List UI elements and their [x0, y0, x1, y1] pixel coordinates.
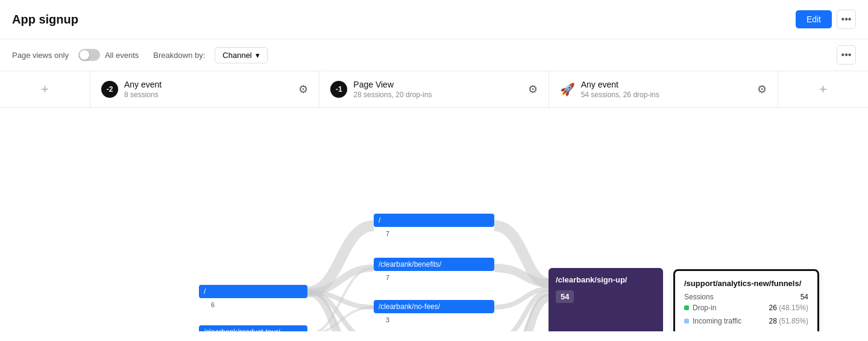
toolbar-more-dots-icon: •••	[841, 49, 852, 60]
funnel-steps-bar: + -2 Any event 8 sessions ⚙ -1 Page View…	[0, 71, 868, 108]
node-mid-slash[interactable]: /	[374, 214, 494, 227]
bp-incoming-pct: (51.85%)	[779, 317, 808, 325]
bp-incoming-label: Incoming traffic	[693, 317, 741, 325]
step-info-2: Page View 28 sessions, 20 drop-ins	[353, 80, 527, 99]
channel-dropdown[interactable]: Channel ▾	[215, 47, 267, 63]
toolbar-more-button[interactable]: •••	[837, 45, 856, 65]
toggle-knob	[80, 50, 89, 60]
node-mid-no-fees[interactable]: /clearbank/no-fees/	[374, 300, 494, 313]
step-info-3: Any event 54 sessions, 26 drop-ins	[581, 80, 757, 99]
bp-sessions-label: Sessions	[684, 293, 714, 301]
page-views-label: Page views only	[12, 51, 69, 60]
gear-icon-2[interactable]: ⚙	[528, 83, 538, 96]
incoming-dot	[684, 319, 689, 323]
step-badge-1: -2	[101, 81, 118, 98]
drop-in-dot	[684, 305, 689, 310]
node-label-2: /clearbank/product-tour/	[204, 328, 280, 331]
breakdown-label: Breakdown by:	[153, 51, 205, 60]
node-mid-label-2: /clearbank/benefits/	[379, 260, 441, 269]
node-right-count: 54	[556, 290, 574, 303]
plus-icon-last: +	[819, 81, 827, 97]
funnel-step-2: -1 Page View 28 sessions, 20 drop-ins ⚙	[319, 71, 549, 107]
bp-dropin-pct: (48.15%)	[779, 304, 808, 312]
toggle-wrap: All events	[78, 49, 139, 61]
all-events-label: All events	[105, 51, 139, 60]
rocket-icon: 🚀	[560, 82, 575, 97]
bp-incoming-value: 28 (51.85%)	[769, 317, 808, 328]
gear-icon-3[interactable]: ⚙	[757, 83, 767, 96]
node-mid-count-1: 7	[386, 230, 389, 237]
funnel-step-3: 🚀 Any event 54 sessions, 26 drop-ins ⚙	[549, 71, 778, 107]
toolbar: Page views only All events Breakdown by:…	[0, 39, 868, 71]
add-step-first[interactable]: +	[0, 71, 90, 107]
bp-incoming-item: Incoming traffic	[684, 317, 741, 325]
node-mid-benefits[interactable]: /clearbank/benefits/	[374, 258, 494, 271]
step-name-3: Any event	[581, 80, 757, 89]
node-left-product-tour[interactable]: /clearbank/product-tour/	[199, 325, 307, 331]
node-right-signup[interactable]: /clearbank/sign-up/ 54	[549, 268, 663, 331]
bp-sessions-row: Sessions 54	[684, 293, 808, 301]
bp-dropin-label: Drop-in	[693, 304, 716, 312]
header-more-button[interactable]: •••	[837, 10, 856, 29]
page-title: App signup	[12, 13, 78, 27]
step-name-2: Page View	[353, 80, 527, 89]
bp-sessions-value: 54	[800, 293, 808, 301]
all-events-toggle[interactable]	[78, 49, 100, 61]
funnel-step-1: -2 Any event 8 sessions ⚙	[90, 71, 319, 107]
more-dots-icon: •••	[841, 14, 852, 25]
plus-icon-first: +	[41, 81, 49, 97]
bp-dropin-row: Drop-in 26 (48.15%)	[684, 304, 808, 314]
node-mid-label-3: /clearbank/no-fees/	[379, 302, 440, 311]
node-count-left-slash: 6	[211, 301, 215, 308]
step-meta-3: 54 sessions, 26 drop-ins	[581, 91, 757, 99]
step-meta-1: 8 sessions	[124, 91, 298, 99]
step-info-1: Any event 8 sessions	[124, 80, 298, 99]
bp-incoming-row: Incoming traffic 28 (51.85%)	[684, 317, 808, 328]
sankey-canvas: / 6 /clearbank/product-tour/ 2 / 7 /clea…	[0, 108, 868, 331]
bp-dropin-num: 26	[769, 304, 777, 312]
node-right-label: /clearbank/sign-up/	[556, 275, 627, 284]
step-badge-2: -1	[330, 81, 347, 98]
bp-url: /support/analytics-new/funnels/	[684, 279, 808, 288]
gear-icon-1[interactable]: ⚙	[298, 83, 308, 96]
step-meta-2: 28 sessions, 20 drop-ins	[353, 91, 527, 99]
chevron-down-icon: ▾	[256, 51, 260, 60]
page-header: App signup Edit •••	[0, 0, 868, 39]
toolbar-more: •••	[837, 45, 856, 65]
bp-dropin-value: 26 (48.15%)	[769, 304, 808, 314]
node-left-slash[interactable]: /	[199, 285, 307, 298]
node-label: /	[204, 287, 206, 296]
add-step-last[interactable]: +	[778, 71, 868, 107]
channel-label: Channel	[222, 51, 251, 60]
bp-incoming-num: 28	[769, 317, 777, 325]
header-actions: Edit •••	[796, 10, 856, 29]
node-mid-count-2: 7	[386, 274, 389, 281]
step-name-1: Any event	[124, 80, 298, 89]
node-mid-label-1: /	[379, 216, 380, 225]
node-right-content: /clearbank/sign-up/ 54	[556, 275, 627, 303]
edit-button[interactable]: Edit	[796, 10, 832, 28]
breakdown-panel: /support/analytics-new/funnels/ Sessions…	[674, 270, 819, 331]
bp-dropin-item: Drop-in	[684, 304, 716, 312]
node-mid-count-3: 3	[386, 316, 389, 323]
